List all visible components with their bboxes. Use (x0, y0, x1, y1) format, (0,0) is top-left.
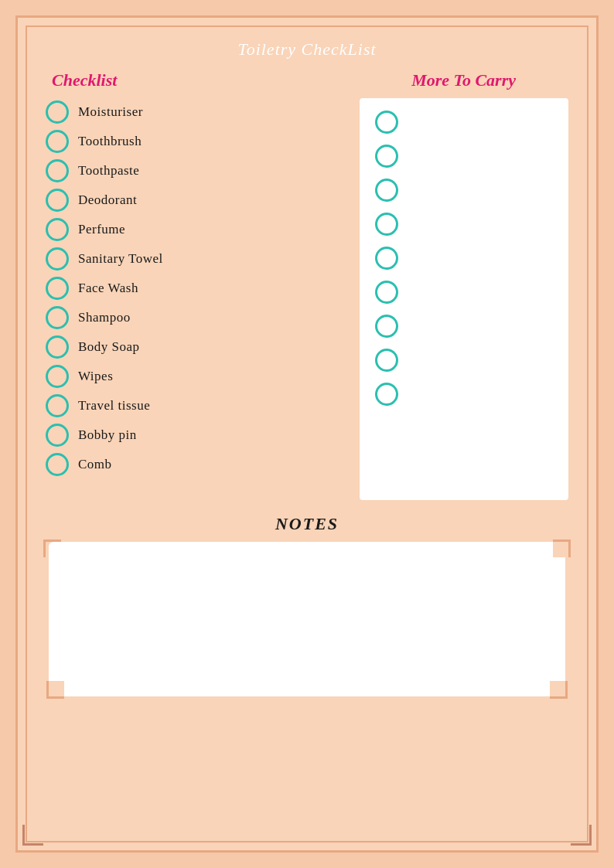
checkbox-circle[interactable] (46, 424, 69, 447)
list-item[interactable]: Toothpaste (46, 157, 347, 185)
item-label: Wipes (78, 369, 113, 384)
notes-area-wrapper (46, 542, 568, 696)
checkbox-circle[interactable] (46, 100, 69, 124)
list-item[interactable]: Wipes (46, 363, 347, 390)
list-item[interactable]: Deodorant (46, 186, 347, 214)
more-carry-circle[interactable] (375, 179, 398, 202)
more-carry-circle[interactable] (375, 281, 398, 304)
item-label: Deodorant (78, 192, 137, 208)
more-carry-circle[interactable] (375, 145, 398, 168)
columns-header: Checklist More To Carry (46, 70, 568, 90)
list-item[interactable]: Shampoo (46, 304, 347, 332)
item-label: Travel tissue (78, 398, 150, 414)
checkbox-circle[interactable] (46, 335, 69, 359)
list-item[interactable]: Sanitary Towel (46, 245, 347, 273)
list-item[interactable]: Comb (46, 451, 347, 478)
main-content: Moisturiser Toothbrush Toothpaste Deodor… (46, 98, 568, 500)
item-label: Perfume (78, 222, 125, 237)
checkbox-circle[interactable] (46, 394, 69, 417)
more-carry-circle[interactable] (375, 315, 398, 338)
item-label: Body Soap (78, 339, 140, 355)
list-item[interactable]: Toothbrush (46, 128, 347, 155)
checkbox-circle[interactable] (46, 130, 69, 153)
item-label: Bobby pin (78, 427, 137, 443)
more-carry-circle[interactable] (375, 213, 398, 236)
checkbox-circle[interactable] (46, 189, 69, 212)
checkbox-circle[interactable] (46, 159, 69, 182)
checkbox-circle[interactable] (46, 277, 69, 300)
more-carry-circle[interactable] (375, 349, 398, 372)
item-label: Sanitary Towel (78, 251, 163, 267)
more-carry-circle[interactable] (375, 247, 398, 270)
more-to-carry-column-header: More To Carry (411, 70, 516, 90)
list-item[interactable]: Travel tissue (46, 392, 347, 420)
notes-section: NOTES (46, 514, 568, 696)
checkbox-circle[interactable] (46, 453, 69, 476)
item-label: Comb (78, 457, 112, 472)
item-label: Toothbrush (78, 134, 142, 149)
checkbox-circle[interactable] (46, 218, 69, 241)
checklist-column: Moisturiser Toothbrush Toothpaste Deodor… (46, 98, 347, 500)
item-label: Shampoo (78, 310, 131, 325)
list-item[interactable]: Bobby pin (46, 421, 347, 449)
outer-border: Toiletry CheckList Checklist More To Car… (15, 15, 599, 853)
list-item[interactable]: Perfume (46, 216, 347, 243)
more-to-carry-column (360, 98, 568, 500)
checkbox-circle[interactable] (46, 247, 69, 271)
item-label: Moisturiser (78, 104, 143, 120)
notes-label: NOTES (46, 514, 568, 534)
checkbox-circle[interactable] (46, 306, 69, 329)
list-item[interactable]: Face Wash (46, 274, 347, 302)
more-carry-circle[interactable] (375, 383, 398, 406)
list-item[interactable]: Body Soap (46, 333, 347, 361)
checkbox-circle[interactable] (46, 365, 69, 388)
inner-border: Toiletry CheckList Checklist More To Car… (26, 26, 588, 842)
item-label: Face Wash (78, 281, 138, 296)
list-item[interactable]: Moisturiser (46, 98, 347, 126)
checklist-column-header: Checklist (52, 70, 117, 90)
item-label: Toothpaste (78, 163, 139, 179)
page-title: Toiletry CheckList (46, 39, 568, 60)
notes-box[interactable] (49, 542, 565, 696)
more-carry-circle[interactable] (375, 111, 398, 134)
